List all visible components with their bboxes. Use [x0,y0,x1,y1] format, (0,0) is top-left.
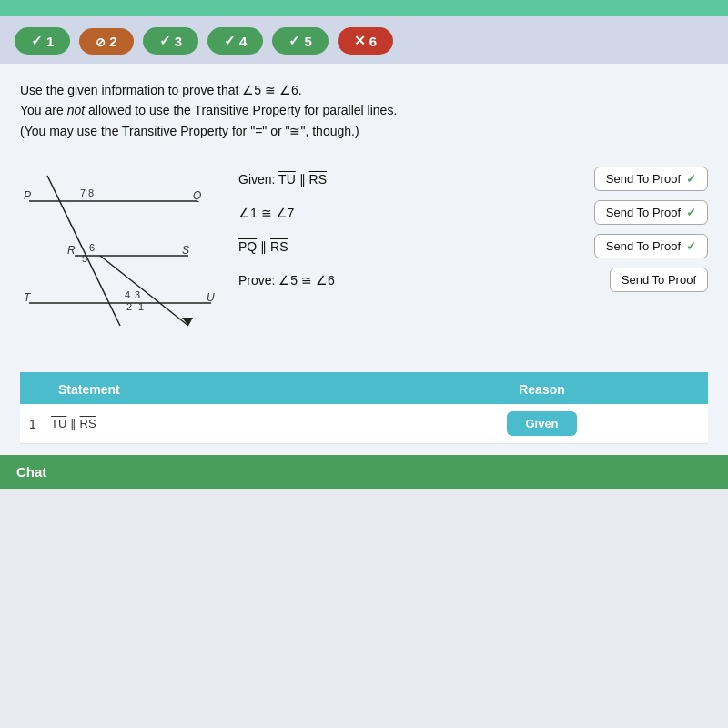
send-to-proof-label-3: Send To Proof [606,239,681,253]
problem-line1: Use the given information to prove that … [20,80,708,100]
tab-5-label: 5 [304,34,311,49]
svg-text:7: 7 [80,187,86,198]
prove-row: Prove: ∠5 ≅ ∠6 Send To Proof [238,268,708,292]
svg-text:S: S [182,244,189,257]
tab-6-label: 6 [369,34,377,49]
proof-table-header: Statement Reason [20,375,708,404]
given-text-1: Given: TU ∥ RS [238,172,585,187]
tab-2-label: 2 [109,34,116,49]
slash-icon-2 [96,34,106,49]
check-icon-3 [159,33,171,49]
svg-text:6: 6 [89,242,95,253]
send-to-proof-btn-4[interactable]: Send To Proof [610,268,708,292]
svg-text:4: 4 [125,289,130,300]
svg-text:Q: Q [193,189,201,202]
send-to-proof-btn-1[interactable]: Send To Proof ✓ [594,167,708,191]
svg-line-4 [100,256,188,326]
problem-section: P Q R S T U 7 8 6 5 4 3 2 1 [20,157,708,361]
svg-text:1: 1 [138,301,144,312]
statement-header: Statement [44,375,376,404]
svg-text:R: R [67,244,76,257]
problem-line3: (You may use the Transitive Property for… [20,121,708,141]
svg-text:T: T [24,291,32,304]
svg-text:P: P [24,189,31,202]
tab-1-label: 1 [46,34,54,49]
check-mark-2: ✓ [686,206,696,219]
svg-text:5: 5 [82,253,87,264]
proof-row-reason-1: Given [376,404,708,443]
svg-text:2: 2 [126,301,132,312]
given-reason-btn[interactable]: Given [507,411,576,436]
tab-5[interactable]: 5 [272,27,328,55]
given-row-1: Given: TU ∥ RS Send To Proof ✓ [238,167,708,191]
send-to-proof-label-1: Send To Proof [606,172,681,186]
problem-line2: You are not allowed to use the Transitiv… [20,100,708,120]
send-to-proof-label-4: Send To Proof [622,273,696,287]
proof-row-statement-1: TU ∥ RS [44,410,376,438]
send-to-proof-btn-2[interactable]: Send To Proof ✓ [594,200,708,225]
tab-4-label: 4 [239,34,247,49]
chat-label: Chat [16,464,46,480]
given-text-3: PQ ∥ RS [238,239,585,254]
diagram-area: P Q R S T U 7 8 6 5 4 3 2 1 [20,157,229,361]
problem-text: Use the given information to prove that … [20,80,708,141]
tab-6[interactable]: 6 [338,27,393,55]
cross-icon-6 [354,33,366,49]
tab-2[interactable]: 2 [79,28,133,55]
check-mark-1: ✓ [686,172,696,186]
main-content: Use the given information to prove that … [0,64,728,455]
tab-1[interactable]: 1 [15,27,70,55]
svg-text:3: 3 [135,289,140,300]
check-mark-3: ✓ [686,239,696,253]
proof-table: Statement Reason 1 TU ∥ RS Given [20,372,708,444]
send-to-proof-btn-3[interactable]: Send To Proof ✓ [594,234,708,258]
geometry-diagram: P Q R S T U 7 8 6 5 4 3 2 1 [20,157,229,358]
given-reason-label: Given [525,417,558,430]
top-bar [0,0,728,16]
prove-text: Prove: ∠5 ≅ ∠6 [238,273,601,288]
tab-4[interactable]: 4 [207,27,263,55]
given-row-2: ∠1 ≅ ∠7 Send To Proof ✓ [238,200,708,225]
tab-3[interactable]: 3 [143,27,198,55]
chat-bar[interactable]: Chat [0,455,728,489]
given-prove-panel: Given: TU ∥ RS Send To Proof ✓ ∠1 ≅ ∠7 S… [238,157,708,292]
proof-row-1: 1 TU ∥ RS Given [20,404,708,444]
given-text-2: ∠1 ≅ ∠7 [238,206,585,220]
check-icon-5 [288,33,300,49]
given-row-3: PQ ∥ RS Send To Proof ✓ [238,234,708,258]
check-icon-1 [31,33,43,49]
svg-text:U: U [207,291,215,304]
svg-text:8: 8 [88,187,94,198]
tab-3-label: 3 [175,34,182,49]
proof-row-num-1: 1 [20,410,44,439]
tabs-area: 1 2 3 4 5 6 [0,16,728,64]
check-icon-4 [224,33,236,49]
send-to-proof-label-2: Send To Proof [606,206,681,219]
reason-header: Reason [376,375,708,404]
